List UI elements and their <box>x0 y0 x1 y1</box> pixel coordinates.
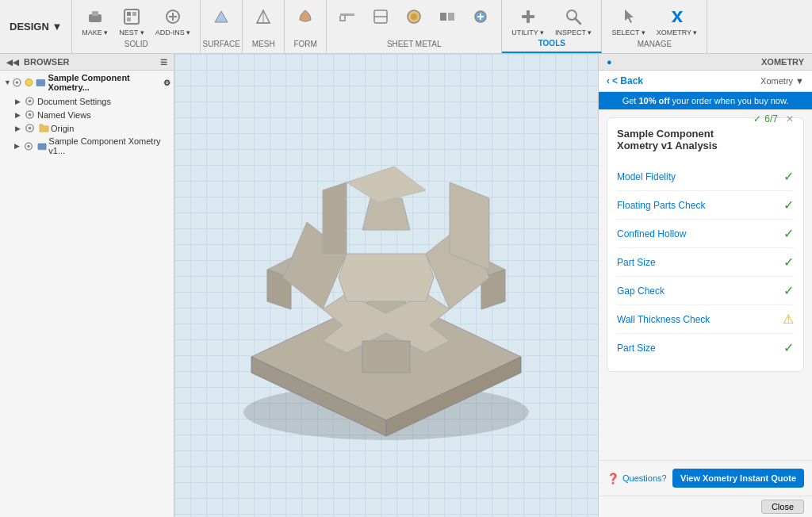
check-row-floating-parts[interactable]: Floating Parts Check ✓ <box>617 191 794 220</box>
confined-hollow-status-icon: ✓ <box>783 226 794 241</box>
questions-button[interactable]: ❓ Questions? <box>607 473 667 484</box>
mesh-btn[interactable] <box>247 3 279 30</box>
back-button[interactable]: ‹ < Back <box>607 75 643 86</box>
browser-title: BROWSER <box>24 57 69 67</box>
svg-point-25 <box>25 79 33 86</box>
sheetmetal-btn1[interactable] <box>331 3 363 30</box>
svg-rect-12 <box>340 13 354 16</box>
check-row-part-size[interactable]: Part Size ✓ <box>617 248 794 277</box>
back-bar: ‹ < Back Xometry ▼ <box>599 71 812 92</box>
solid-section: MAKE ▾ NEST ▾ ADD-INS ▾ SOLID <box>72 0 201 53</box>
svg-rect-35 <box>38 144 46 150</box>
svg-point-28 <box>29 100 32 103</box>
svg-rect-16 <box>440 13 446 21</box>
questions-icon: ❓ <box>607 473 619 484</box>
gap-check-status-icon: ✓ <box>783 283 794 298</box>
root-label: Sample Component Xometry... <box>48 73 163 92</box>
sheetmetal-btn4[interactable] <box>431 3 463 30</box>
close-button[interactable]: Close <box>761 500 804 514</box>
comp-icon <box>37 141 47 151</box>
sidebar-item-sample-component[interactable]: ▶ Sample Component Xometry v1... <box>0 135 174 157</box>
tools-section: UTILITY ▾ INSPECT ▾ TOOLS <box>502 0 602 53</box>
mesh-label: MESH <box>252 40 275 50</box>
sidebar-item-document-settings[interactable]: ▶ Document Settings <box>0 94 174 108</box>
visibility-icon <box>12 77 22 88</box>
floating-parts-status-icon: ✓ <box>783 197 794 213</box>
svg-rect-26 <box>36 79 45 86</box>
manage-label: MANAGE <box>638 40 672 50</box>
check-row-wall-thickness[interactable]: Wall Thickness Check ⚠ <box>617 305 794 334</box>
panel-spacer <box>599 380 812 460</box>
make-button[interactable]: MAKE ▾ <box>77 3 113 39</box>
sidebar-item-origin[interactable]: ▶ Origin <box>0 121 174 135</box>
browser-sidebar: ◀◀ BROWSER ☰ ▼ Sample Component Xometry.… <box>0 54 174 517</box>
score-check-icon: ✓ <box>753 113 761 124</box>
utility-button[interactable]: UTILITY ▾ <box>507 3 549 39</box>
tree-root-item[interactable]: ▼ Sample Component Xometry... ⚙ <box>0 71 174 94</box>
nest-button[interactable]: NEST ▾ <box>114 3 148 39</box>
svg-rect-1 <box>92 11 98 16</box>
promo-bold: 10% off <box>638 96 669 105</box>
design-menu[interactable]: DESIGN ▼ <box>0 0 72 53</box>
browser-header: ◀◀ BROWSER ☰ <box>0 54 174 71</box>
svg-line-22 <box>575 18 580 24</box>
svg-rect-2 <box>124 10 139 24</box>
origin-label: Origin <box>51 124 74 133</box>
svg-point-15 <box>411 13 417 20</box>
svg-marker-46 <box>362 341 410 373</box>
part-size-2-label: Part Size <box>617 343 656 354</box>
origin-arrow: ▶ <box>13 124 22 133</box>
analysis-card: Sample ComponentXometry v1 Analysis ✓ 6/… <box>607 117 804 372</box>
svg-rect-4 <box>132 12 136 16</box>
sheetmetal-btn5[interactable] <box>465 3 496 30</box>
inspect-button[interactable]: INSPECT ▾ <box>550 3 596 39</box>
browser-expand-icon[interactable]: ◀◀ <box>6 58 19 67</box>
folder-icon <box>39 123 49 133</box>
settings-icon <box>25 96 35 106</box>
sample-component-label: Sample Component Xometry v1... <box>48 136 170 155</box>
model-fidelity-label: Model Fidelity <box>617 171 676 182</box>
mesh-section: MESH <box>243 0 285 53</box>
main-area: ◀◀ BROWSER ☰ ▼ Sample Component Xometry.… <box>0 54 812 517</box>
surface-btn[interactable] <box>205 3 237 30</box>
check-row-model-fidelity[interactable]: Model Fidelity ✓ <box>617 163 794 191</box>
part-size-label: Part Size <box>617 257 656 268</box>
sheetmetal-btn2[interactable] <box>365 3 396 30</box>
root-options-icon[interactable]: ⚙ <box>163 79 170 87</box>
wall-thickness-label: Wall Thickness Check <box>617 314 710 325</box>
sheetmetal-section: SHEET METAL <box>327 0 502 53</box>
addins-button[interactable]: ADD-INS ▾ <box>151 3 196 39</box>
views-icon <box>25 109 35 120</box>
form-btn[interactable] <box>289 3 321 30</box>
form-label: FORM <box>293 40 316 50</box>
gap-check-label: Gap Check <box>617 285 665 297</box>
sheetmetal-btn3[interactable] <box>398 3 430 30</box>
xometry-dropdown[interactable]: Xometry ▼ <box>760 76 804 86</box>
eye-icon <box>25 123 35 133</box>
check-row-gap-check[interactable]: Gap Check ✓ <box>617 277 794 305</box>
check-row-confined-hollow[interactable]: Confined Hollow ✓ <box>617 220 794 248</box>
analysis-title: Sample ComponentXometry v1 Analysis <box>617 128 718 151</box>
form-section: FORM <box>285 0 327 53</box>
analysis-score: ✓ 6/7 ✕ <box>753 113 794 124</box>
svg-marker-47 <box>339 254 434 301</box>
design-label: DESIGN ▼ <box>10 21 62 33</box>
3d-viewport[interactable] <box>174 54 598 517</box>
browser-menu-icon[interactable]: ☰ <box>160 58 167 67</box>
floating-parts-label: Floating Parts Check <box>617 200 705 211</box>
surface-section: SURFACE <box>201 0 243 53</box>
sc-arrow: ▶ <box>13 141 21 151</box>
svg-point-30 <box>29 113 32 117</box>
check-row-part-size-2[interactable]: Part Size ✓ <box>617 334 794 362</box>
sidebar-item-named-views[interactable]: ▶ Named Views <box>0 108 174 121</box>
close-label: Close <box>772 502 794 511</box>
svg-marker-45 <box>362 198 410 230</box>
canvas-area[interactable] <box>174 54 598 517</box>
svg-point-34 <box>27 144 29 147</box>
quote-button[interactable]: View Xometry Instant Quote <box>672 469 804 488</box>
select-button[interactable]: SELECT ▾ <box>607 3 649 39</box>
close-analysis-icon[interactable]: ✕ <box>786 113 794 124</box>
document-settings-label: Document Settings <box>37 97 111 106</box>
svg-marker-52 <box>450 182 489 270</box>
xometry-toolbar-button[interactable]: XOMETRY ▾ <box>652 3 703 39</box>
